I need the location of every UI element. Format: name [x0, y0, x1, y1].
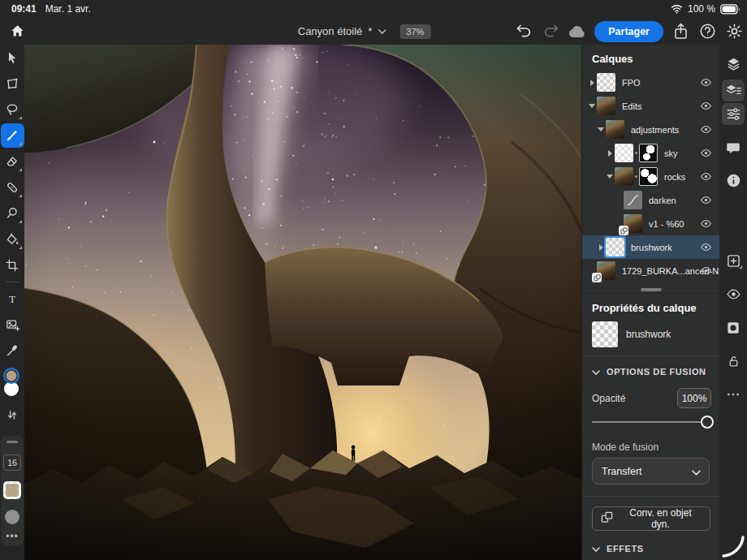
redo-button[interactable] [541, 22, 560, 41]
slider-track[interactable] [592, 421, 708, 423]
panel-resize-handle[interactable] [641, 288, 662, 291]
layer-row[interactable]: adjustments [582, 118, 719, 141]
disclosure-toggle[interactable] [596, 244, 606, 251]
layer-thumbnail[interactable] [606, 120, 624, 139]
type-tool[interactable]: T [0, 286, 24, 312]
layer-thumbnail[interactable] [597, 73, 615, 92]
home-button[interactable] [6, 20, 28, 41]
layer-thumbnail[interactable] [606, 238, 624, 256]
status-bar: 09:41 Mar. 1 avr. 100 % [0, 0, 747, 18]
settings-gear-icon[interactable] [724, 22, 744, 41]
layer-visibility-eye-icon[interactable] [700, 241, 712, 253]
brush-size-field[interactable]: 16 [3, 454, 21, 471]
cloud-sync-icon[interactable] [568, 22, 587, 41]
comments-button[interactable] [722, 136, 745, 158]
layer-visibility-eye-icon[interactable] [700, 123, 712, 136]
crop-tool[interactable] [0, 252, 24, 278]
layer-row[interactable]: brushwork [582, 235, 719, 259]
layer-visibility-eye-icon[interactable] [700, 194, 712, 206]
properties-title: Propriétés du calque [582, 293, 719, 320]
layer-row[interactable]: FPO [582, 71, 719, 94]
fill-tool[interactable] [0, 226, 24, 252]
smart-object-badge [592, 273, 602, 282]
brush-tool[interactable] [0, 123, 24, 149]
eyedropper-tool[interactable] [0, 338, 24, 364]
opacity-value-field[interactable]: 100% [677, 388, 711, 408]
eraser-tool[interactable] [0, 149, 24, 174]
layer-visibility-eye-icon[interactable] [700, 265, 712, 277]
brush-color-swatch[interactable] [3, 481, 21, 499]
layer-row[interactable]: v1 - %60 [582, 212, 719, 235]
submenu-indicator [19, 168, 22, 171]
opacity-slider[interactable] [592, 413, 708, 431]
disclosure-toggle[interactable] [605, 174, 615, 179]
blend-options-section-header[interactable]: OPTIONS DE FUSION [582, 356, 719, 381]
clone-stamp-tool[interactable] [0, 200, 24, 226]
healing-tool[interactable] [0, 174, 24, 200]
disclosure-toggle[interactable] [605, 150, 615, 157]
slider-handle[interactable] [701, 416, 714, 429]
layer-row[interactable]: rocks [582, 165, 719, 188]
layers-panel-button[interactable] [722, 53, 745, 75]
convert-smart-object-button[interactable]: Conv. en objet dyn. [592, 506, 710, 531]
document-title: Canyon étoilé [298, 25, 363, 37]
submenu-indicator [19, 142, 22, 145]
layer-visibility-eye-icon[interactable] [700, 147, 712, 159]
layer-thumbnail[interactable] [597, 261, 615, 280]
layer-mask-thumbnail[interactable] [639, 167, 658, 186]
help-icon[interactable] [697, 22, 717, 41]
disclosure-toggle[interactable] [587, 80, 597, 86]
undo-button[interactable] [514, 22, 533, 41]
svg-text:T: T [9, 293, 16, 305]
tool-options-drag-handle[interactable] [6, 441, 18, 443]
opacity-label: Opacité [592, 393, 625, 404]
layer-detail-button[interactable] [722, 80, 745, 101]
layer-thumbnail[interactable] [624, 191, 642, 209]
layer-visibility-eye-icon[interactable] [700, 76, 712, 88]
layer-row[interactable]: 1729_BURKA...anced-NR33 [582, 259, 719, 282]
disclosure-toggle[interactable] [596, 127, 606, 131]
more-options-button[interactable] [722, 383, 745, 405]
layer-visibility-button[interactable] [722, 283, 745, 305]
document-title-group[interactable]: Canyon étoilé * 37% [298, 18, 431, 45]
export-icon[interactable] [671, 22, 690, 41]
layer-visibility-eye-icon[interactable] [700, 218, 712, 230]
layer-thumbnail[interactable] [615, 144, 633, 162]
layer-thumbnail[interactable] [624, 214, 642, 233]
layer-visibility-eye-icon[interactable] [700, 170, 712, 183]
left-toolbar: T16••• [0, 45, 24, 560]
place-photo-tool[interactable] [0, 312, 24, 338]
layer-row[interactable]: Edits [582, 94, 719, 118]
layer-lock-button[interactable] [722, 350, 745, 372]
blend-mode-select[interactable]: Transfert [592, 458, 710, 485]
layer-thumbnail[interactable] [597, 97, 615, 115]
layer-row[interactable]: sky [582, 141, 719, 165]
layer-thumbnail[interactable] [615, 167, 633, 186]
canvas-image[interactable] [24, 45, 581, 560]
submenu-indicator [739, 265, 742, 269]
more-tool-options-button[interactable]: ••• [6, 534, 19, 539]
foreground-color-swatch[interactable] [3, 368, 19, 384]
disclosure-toggle[interactable] [587, 104, 597, 108]
move-tool[interactable] [0, 45, 24, 71]
add-layer-button[interactable] [722, 250, 745, 272]
layer-mask-thumbnail[interactable] [639, 144, 658, 162]
share-button[interactable]: Partager [594, 21, 663, 42]
effects-section-header[interactable]: EFFETS [582, 531, 719, 558]
divider [582, 496, 719, 497]
blend-mode-value: Transfert [602, 466, 642, 477]
lasso-tool[interactable] [0, 97, 24, 123]
adjustments-button[interactable] [722, 103, 745, 125]
layer-row[interactable]: darken [582, 188, 719, 212]
zoom-level-badge[interactable]: 37% [399, 24, 430, 39]
layer-visibility-eye-icon[interactable] [700, 100, 712, 112]
transform-tool[interactable] [0, 71, 24, 97]
brush-preview[interactable] [5, 510, 19, 524]
info-button[interactable] [722, 170, 745, 192]
layer-mask-button[interactable] [722, 317, 745, 338]
mask-link-icon [635, 175, 637, 178]
swap-colors-button[interactable] [0, 402, 24, 428]
submenu-indicator [19, 246, 22, 249]
submenu-indicator [19, 194, 22, 197]
color-swatches [0, 368, 24, 402]
